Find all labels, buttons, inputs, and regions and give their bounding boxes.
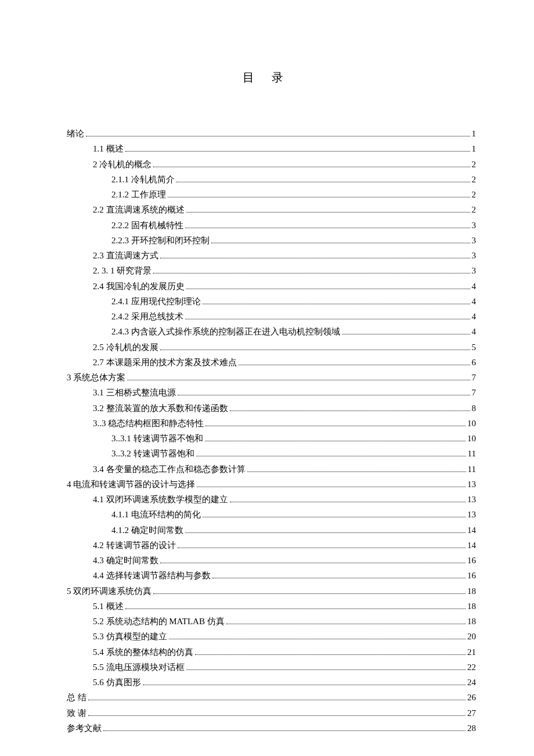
toc-entry-page: 27 (467, 705, 476, 721)
toc-leader-dots (127, 380, 470, 380)
toc-entry: 4.3 确定时间常数16 (67, 553, 476, 568)
toc-leader-dots (178, 395, 470, 395)
toc-entry-label: 2.2.2 固有机械特性 (111, 218, 183, 233)
toc-entry-page: 13 (467, 477, 476, 492)
toc-entry: 3.2 整流装置的放大系数和传递函数8 (67, 401, 476, 416)
toc-entry: 2.4.3 内含嵌入式操作系统的控制器正在进入电动机控制领域4 (67, 324, 476, 339)
toc-entry-label: 总 结 (67, 690, 86, 705)
toc-leader-dots (153, 273, 470, 273)
toc-entry-label: 参考文献 (67, 721, 102, 736)
toc-entry-page: 3 (472, 248, 477, 263)
toc-entry-page: 8 (472, 401, 477, 416)
toc-entry-page: 28 (467, 721, 476, 736)
toc-entry-label: 2.4.3 内含嵌入式操作系统的控制器正在进入电动机控制领域 (111, 324, 340, 339)
toc-entry-page: 21 (467, 645, 476, 660)
toc-entry-page: 11 (468, 462, 476, 477)
toc-entry: 2.5 冷轧机的发展5 (67, 340, 476, 355)
toc-entry-page: 4 (472, 279, 477, 294)
toc-entry: 1.1 概述1 (67, 141, 476, 156)
toc-title: 目录 (67, 70, 476, 85)
toc-leader-dots (143, 685, 466, 685)
toc-leader-dots (239, 365, 470, 365)
toc-leader-dots (212, 578, 466, 578)
toc-entry-page: 11 (468, 446, 476, 461)
toc-leader-dots (88, 715, 466, 716)
toc-leader-dots (160, 258, 470, 258)
toc-entry: 2.1.1 冷轧机简介2 (67, 172, 476, 187)
toc-leader-dots (197, 487, 466, 487)
toc-entry-label: 4.1 双闭环调速系统数学模型的建立 (93, 492, 228, 507)
toc-entry-label: 5.5 流电压源模块对话框 (93, 660, 185, 675)
toc-leader-dots (125, 609, 466, 609)
toc-entry-label: 1.1 概述 (93, 141, 124, 156)
toc-entry-label: 5 双闭环调速系统仿真 (67, 584, 151, 599)
toc-entry-page: 2 (472, 202, 477, 217)
toc-leader-dots (103, 730, 466, 731)
toc-leader-dots (160, 350, 470, 350)
toc-entry-label: 2.2.3 开环控制和闭环控制 (111, 233, 210, 248)
toc-leader-dots (247, 471, 466, 472)
toc-entry: 2.7 本课题采用的技术方案及技术难点6 (67, 355, 476, 370)
toc-entry: 2.4 我国冷轧的发展历史4 (67, 279, 476, 294)
toc-entry-page: 18 (467, 599, 476, 614)
toc-entry-label: 4.3 确定时间常数 (93, 553, 158, 568)
toc-leader-dots (230, 411, 470, 411)
toc-leader-dots (195, 654, 466, 655)
toc-leader-dots (185, 228, 470, 228)
toc-entry-page: 18 (467, 584, 476, 599)
toc-entry-label: 2.1.2 工作原理 (111, 187, 166, 202)
toc-leader-dots (168, 197, 470, 197)
toc-leader-dots (153, 593, 466, 594)
toc-entry-page: 2 (472, 157, 477, 172)
toc-entry: 3..3.2 转速调节器饱和11 (67, 446, 476, 461)
toc-leader-dots (205, 441, 466, 441)
toc-entry-page: 3 (472, 263, 477, 278)
toc-entry: 致 谢27 (67, 705, 476, 721)
toc-leader-dots (185, 319, 470, 319)
toc-entry-page: 6 (472, 355, 477, 370)
toc-entry: 参考文献28 (67, 721, 476, 736)
toc-entry: 5.5 流电压源模块对话框22 (67, 660, 476, 675)
toc-leader-dots (186, 289, 470, 289)
toc-leader-dots (186, 212, 470, 213)
toc-leader-dots (230, 502, 466, 502)
toc-entry: 5.2 系统动态结构的 MATLAB 仿真18 (67, 614, 476, 629)
toc-entry-label: 2.2 直流调速系统的概述 (93, 202, 185, 217)
toc-entry-label: 2.1.1 冷轧机简介 (111, 172, 175, 187)
toc-leader-dots (203, 517, 466, 517)
toc-leader-dots (160, 563, 466, 563)
toc-entry-page: 24 (467, 675, 476, 690)
toc-entry-label: 2 冷轧机的概念 (93, 157, 151, 172)
toc-entry-page: 3 (472, 218, 477, 233)
toc-entry-label: 3..3 稳态结构框图和静态特性 (93, 416, 204, 431)
toc-entry-label: 3..3.1 转速调节器不饱和 (111, 431, 203, 446)
toc-leader-dots (125, 151, 470, 152)
toc-entry: 2.2.2 固有机械特性3 (67, 218, 476, 233)
toc-leader-dots (211, 243, 470, 243)
toc-entry-page: 14 (467, 523, 476, 538)
toc-entry-label: 5.3 仿真模型的建立 (93, 629, 167, 644)
toc-entry-label: 2.4 我国冷轧的发展历史 (93, 279, 185, 294)
toc-entry-page: 16 (467, 568, 476, 583)
toc-entry-label: 3 系统总体方案 (67, 370, 125, 385)
toc-entry-label: 2.4.2 采用总线技术 (111, 309, 183, 324)
toc-entry-page: 2 (472, 187, 477, 202)
toc-entry-label: 4.2 转速调节器的设计 (93, 538, 176, 553)
toc-entry-label: 3.4 各变量的稳态工作点和稳态参数计算 (93, 462, 246, 477)
toc-entry-label: 4.1.2 确定时间常数 (111, 523, 183, 538)
toc-entry-label: 2.5 冷轧机的发展 (93, 340, 158, 355)
toc-leader-dots (342, 334, 470, 334)
toc-entry-page: 22 (467, 660, 476, 675)
toc-entry: 2. 3. 1 研究背景3 (67, 263, 476, 278)
toc-leader-dots (88, 700, 466, 700)
table-of-contents: 绪论11.1 概述12 冷轧机的概念22.1.1 冷轧机简介22.1.2 工作原… (67, 126, 476, 736)
toc-entry: 2.2.3 开环控制和闭环控制3 (67, 233, 476, 248)
toc-entry-label: 2.4.1 应用现代控制理论 (111, 294, 201, 309)
toc-entry: 2 冷轧机的概念2 (67, 157, 476, 172)
toc-entry-page: 13 (467, 507, 476, 522)
toc-entry: 5.3 仿真模型的建立20 (67, 629, 476, 644)
toc-entry: 2.1.2 工作原理2 (67, 187, 476, 202)
toc-leader-dots (178, 548, 466, 548)
toc-entry-page: 18 (467, 614, 476, 629)
toc-entry-page: 10 (467, 416, 476, 431)
